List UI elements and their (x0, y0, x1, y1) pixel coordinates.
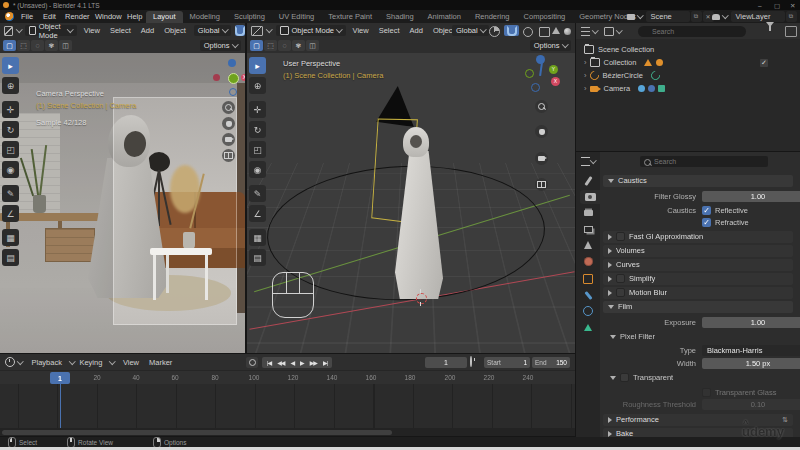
browse-scene-chevron-icon[interactable] (637, 12, 643, 18)
tab-modifiers[interactable] (579, 288, 597, 302)
xray-toggle-icon[interactable] (552, 27, 560, 34)
play-reverse-button[interactable]: ◀ (287, 359, 297, 366)
viewport-shading-icon[interactable] (564, 28, 571, 35)
tab-scene[interactable] (579, 238, 597, 252)
outliner-editor-chevron-icon[interactable] (592, 27, 598, 33)
use-preview-range-toggle[interactable] (470, 357, 472, 366)
pan-icon[interactable] (535, 125, 548, 138)
proportional-editing-icon[interactable] (523, 27, 533, 37)
camera-view-icon[interactable] (222, 133, 235, 146)
menu-view[interactable]: View (348, 26, 374, 35)
subsection-transparent[interactable]: Transparent (600, 371, 796, 384)
gizmo-z-axis-neg[interactable] (531, 83, 540, 92)
new-collection-button[interactable] (785, 26, 797, 37)
zoom-icon[interactable] (535, 100, 548, 113)
properties-search-input[interactable] (640, 156, 768, 167)
jump-to-end-button[interactable]: ▶| (320, 359, 330, 366)
mode-dropdown[interactable]: Object Mode (25, 25, 76, 36)
select-mode-lasso[interactable]: ✾ (292, 40, 305, 51)
tool-add-primitive[interactable]: ▤ (2, 249, 19, 266)
section-simplify[interactable]: Simplify (600, 272, 796, 285)
roughness-threshold-field[interactable]: 0.10 (702, 399, 800, 410)
maximize-button[interactable]: ▢ (774, 2, 780, 10)
next-keyframe-button[interactable]: ▶▶ (307, 359, 320, 366)
timeline-editor[interactable]: Playback Keying View Marker |◀ ◀◀ ◀ ▶ ▶▶… (0, 354, 575, 436)
menu-playback[interactable]: Playback (27, 358, 67, 367)
properties-editor[interactable]: Caustics Filter Glossy1.00 Caustics✓Refl… (576, 152, 800, 437)
section-motion-blur[interactable]: Motion Blur (600, 286, 796, 299)
tool-move[interactable]: ✛ (249, 101, 266, 118)
show-overlays-icon[interactable] (539, 27, 550, 37)
filter-button[interactable] (766, 27, 774, 36)
jump-to-start-button[interactable]: |◀ (264, 359, 274, 366)
snap-toggle[interactable] (235, 25, 245, 36)
exclude-checkbox[interactable]: ✓ (760, 59, 768, 67)
gizmo-x-axis[interactable]: X (241, 74, 245, 81)
gizmo-z-axis[interactable] (536, 55, 545, 64)
display-mode-chevron-icon[interactable] (616, 27, 622, 33)
editor-type-chevron-icon[interactable] (16, 26, 22, 32)
menu-view[interactable]: View (79, 26, 105, 35)
view-layer-icon[interactable] (712, 14, 720, 20)
editor-type-icon[interactable] (251, 26, 263, 36)
tool-add-cube[interactable]: ▦ (249, 229, 266, 246)
expand-arrow-icon[interactable]: › (584, 71, 587, 80)
motion-blur-checkbox[interactable] (616, 288, 625, 297)
auto-keying-toggle[interactable] (246, 357, 258, 368)
menu-object[interactable]: Object (159, 26, 191, 35)
tab-view-layer[interactable] (579, 222, 597, 236)
tab-modeling[interactable]: Modeling (183, 11, 227, 23)
snap-toggle-active[interactable] (504, 25, 519, 36)
select-mode-tweak[interactable]: ▢ (250, 40, 263, 51)
pan-icon[interactable] (222, 117, 235, 130)
minimize-button[interactable]: – (758, 2, 762, 9)
editor-type-chevron-icon[interactable] (266, 26, 272, 32)
select-mode-circle[interactable]: ◌ (31, 40, 44, 51)
select-mode-pick[interactable]: ◫ (306, 40, 319, 51)
section-fast-gi[interactable]: Fast GI Approximation (600, 230, 796, 243)
tool-annotate[interactable]: ✎ (2, 185, 19, 202)
exposure-field[interactable]: 1.00 (702, 317, 800, 328)
viewport-camera[interactable]: Object Mode View Select Add Object Globa… (0, 23, 245, 353)
width-field[interactable]: 1.50 px (702, 358, 800, 369)
frame-start-field[interactable]: Start1 (484, 357, 530, 368)
tab-compositing[interactable]: Compositing (517, 11, 573, 23)
tool-rotate[interactable]: ↻ (249, 121, 266, 138)
playhead-line[interactable] (60, 384, 62, 428)
menu-file[interactable]: File (16, 12, 38, 21)
menu-select[interactable]: Select (374, 26, 405, 35)
outliner-editor-icon[interactable] (581, 27, 590, 36)
menu-view[interactable]: View (118, 358, 144, 367)
tab-object[interactable] (579, 272, 597, 286)
tab-world[interactable] (579, 254, 597, 268)
scene-icon[interactable] (627, 14, 635, 20)
tab-physics[interactable] (579, 304, 597, 318)
tool-cursor[interactable]: ⊕ (2, 77, 19, 94)
outliner-row-bezier-circle[interactable]: › BézierCircle (576, 69, 800, 82)
expand-arrow-icon[interactable]: › (584, 84, 587, 93)
orthographic-toggle-icon[interactable] (535, 178, 548, 191)
tool-annotate[interactable]: ✎ (249, 185, 266, 202)
zoom-icon[interactable] (222, 101, 235, 114)
tool-rotate[interactable]: ↻ (2, 121, 19, 138)
section-volumes[interactable]: Volumes (600, 244, 796, 257)
menu-add[interactable]: Add (405, 26, 428, 35)
section-film[interactable]: Film (600, 300, 796, 313)
properties-editor-icon[interactable] (579, 154, 597, 168)
copy-view-layer-button[interactable]: ⧉ (786, 11, 797, 22)
options-dropdown[interactable]: Options (530, 40, 571, 51)
gizmo-y-axis[interactable] (228, 73, 239, 84)
tool-transform[interactable]: ◉ (249, 161, 266, 178)
section-caustics[interactable]: Caustics (600, 174, 796, 187)
performance-presets-icon[interactable]: ⇅ (782, 416, 788, 424)
previous-keyframe-button[interactable]: ◀◀ (274, 359, 287, 366)
display-mode-icon[interactable] (604, 27, 614, 36)
refractive-checkbox[interactable]: ✓ (702, 218, 711, 227)
tab-rendering[interactable]: Rendering (468, 11, 517, 23)
tool-transform[interactable]: ◉ (2, 161, 19, 178)
tab-tool[interactable] (579, 174, 597, 188)
tool-select-box[interactable]: ▸ (2, 57, 19, 74)
outliner-editor[interactable]: Scene Collection › Collection ✓ › Bézier… (576, 23, 800, 151)
tool-cursor[interactable]: ⊕ (249, 77, 266, 94)
timeline-scrollbar[interactable] (2, 430, 392, 435)
